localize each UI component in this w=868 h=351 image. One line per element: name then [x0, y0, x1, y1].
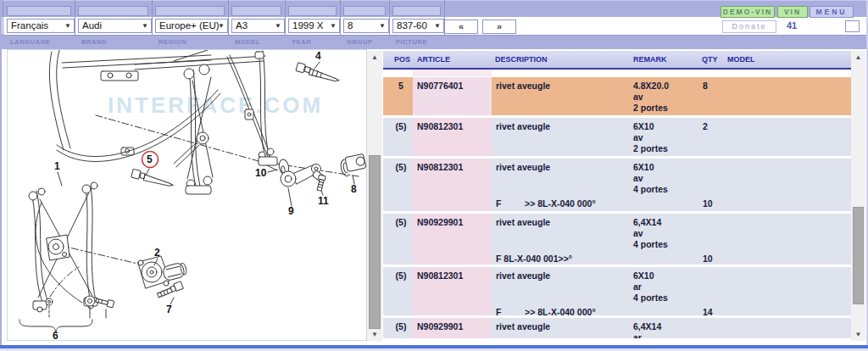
callout-9[interactable]: 9	[288, 205, 294, 217]
callout-5[interactable]: 5	[147, 153, 153, 165]
cell-remark-line: 6,4X14	[633, 321, 661, 332]
column-header-remark: REMARK	[633, 55, 667, 64]
donate-button[interactable]: Donate	[722, 20, 776, 33]
cell-description: rivet aveugle	[496, 121, 550, 132]
selector-label-picture: PICTURE	[396, 38, 427, 46]
scrollbar-thumb[interactable]	[853, 207, 864, 304]
watermark: INTERFACE.COM	[108, 92, 323, 118]
table-row[interactable]: (5)N90929901rivet aveugle6,4X14av4 porte…	[383, 214, 851, 265]
prev-picture-button[interactable]: «	[444, 20, 478, 34]
screw-part-4	[296, 63, 341, 83]
model-box[interactable]	[231, 6, 281, 16]
group-box[interactable]	[343, 6, 386, 16]
selector-label-region: REGION	[159, 38, 186, 46]
scrollbar-thumb[interactable]	[369, 155, 381, 329]
cell-sub-range: >> 8L-X-040 000°	[525, 198, 596, 209]
cell-remark-line: 4 portes	[633, 239, 668, 250]
parts-diagram: INTERFACE.COM	[8, 50, 366, 340]
window-left-edge	[0, 0, 2, 345]
cell-description: rivet aveugle	[496, 162, 550, 173]
nav-row: « » Donate 41	[0, 17, 868, 35]
cell-article: N90929901	[417, 321, 463, 332]
parts-table: POSARTICLEDESCRIPTIONREMARKQTYMODEL 5N90…	[383, 51, 851, 341]
callout-10[interactable]: 10	[255, 167, 267, 179]
callout-1[interactable]: 1	[54, 160, 60, 172]
cell-pos: (5)	[390, 121, 412, 132]
region-box[interactable]	[155, 6, 225, 16]
cell-description: rivet aveugle	[496, 217, 550, 228]
cell-sub-code: F	[496, 307, 501, 315]
table-right-scrollbar[interactable]: ▲ ▼	[851, 51, 865, 341]
header-mini-box[interactable]	[845, 20, 860, 32]
callout-2[interactable]: 2	[154, 247, 160, 259]
selector-label-model: MODEL	[235, 38, 260, 46]
scroll-down-icon[interactable]: ▼	[851, 328, 865, 341]
scroll-up-icon[interactable]: ▲	[851, 51, 865, 64]
scroll-up-icon[interactable]: ▲	[367, 51, 382, 64]
table-row-clipped-top	[383, 70, 851, 76]
cell-remark-line: 4 portes	[633, 292, 668, 304]
regulator-front-right	[174, 64, 213, 194]
year-box[interactable]	[288, 6, 337, 16]
table-row[interactable]: (5)N90812301rivet aveugle6X10av2 portes2	[383, 118, 851, 156]
callout-7[interactable]: 7	[166, 304, 172, 315]
cell-description: rivet aveugle	[496, 270, 550, 281]
cell-remark-line: 6X10	[633, 270, 654, 281]
cell-remark-line: av	[633, 173, 643, 184]
selector-label-language: LANGUAGE	[10, 38, 51, 46]
cell-sub-qty: 10	[703, 254, 713, 265]
callout-8[interactable]: 8	[351, 183, 357, 195]
cell-remark-line: 6X10	[633, 121, 654, 132]
cell-sub-qty: 10	[703, 198, 713, 209]
table-row[interactable]: 5N90776401rivet aveugle4.8X20.0av2 porte…	[383, 77, 851, 115]
selector-label-group: GROUP	[347, 38, 373, 46]
visit-counter: 41	[787, 20, 797, 31]
cell-remark-line: 6,4X14	[633, 217, 661, 228]
cell-remark-line: 6X10	[633, 162, 654, 173]
callout-4[interactable]: 4	[315, 50, 321, 62]
cell-article: N90929901	[417, 217, 463, 228]
selector-label-year: YEAR	[292, 38, 311, 46]
column-header-pos: POS	[394, 55, 410, 64]
table-rows: 5N90776401rivet aveugle4.8X20.0av2 porte…	[383, 70, 851, 341]
cell-article: N90812301	[417, 162, 463, 173]
cell-remark-line: av	[633, 132, 643, 143]
rivet-part-5	[131, 169, 175, 187]
scroll-down-icon[interactable]: ▼	[367, 328, 382, 341]
cell-qty: 8	[703, 81, 708, 92]
next-picture-button[interactable]: »	[482, 20, 516, 34]
column-header-model: MODEL	[727, 55, 755, 64]
table-left-scrollbar[interactable]: ▲ ▼	[367, 51, 382, 341]
cell-sub-code: F 8L-X-040 001>>°	[496, 254, 572, 265]
callout-11[interactable]: 11	[318, 195, 329, 207]
cell-sub-code: F	[496, 198, 501, 209]
language-box[interactable]	[7, 6, 71, 16]
cell-sub-range: >> 8L-X-040 000°	[525, 307, 596, 315]
column-header-qty: QTY	[702, 55, 718, 64]
cell-remark-line: 2 portes	[633, 143, 668, 154]
cell-remark-line: av	[633, 92, 643, 103]
table-row[interactable]: (5)N90812301rivet aveugle6X10ar4 portesF…	[383, 267, 851, 315]
clip-part-8	[339, 153, 366, 177]
picture-box[interactable]	[392, 6, 441, 16]
demo-vin-button[interactable]: DEMO-VIN	[721, 6, 775, 18]
cell-qty: 2	[703, 121, 708, 132]
selector-label-brand: BRAND	[81, 38, 107, 46]
cell-pos: (5)	[390, 270, 412, 281]
column-header-article: ARTICLE	[417, 55, 450, 64]
brand-box[interactable]	[78, 6, 148, 16]
menu-button[interactable]: MENU	[810, 6, 854, 18]
cell-remark-line: 2 portes	[633, 103, 668, 114]
table-header: POSARTICLEDESCRIPTIONREMARKQTYMODEL	[383, 51, 851, 70]
table-row[interactable]: (5)N90812301rivet aveugle6X10av4 portesF…	[383, 159, 851, 211]
vin-button[interactable]: VIN	[777, 6, 808, 18]
callout-6[interactable]: 6	[53, 330, 58, 340]
cell-remark-line: 4 portes	[633, 184, 668, 195]
cell-pos: (5)	[390, 217, 412, 228]
cell-remark-line: av	[633, 228, 643, 239]
cell-pos: (5)	[390, 321, 412, 332]
cell-remark-line: 4.8X20.0	[633, 81, 669, 92]
article-column-bg	[413, 70, 492, 76]
table-row[interactable]: (5)N90929901rivet aveugle6,4X14ar	[383, 318, 851, 338]
column-header-description: DESCRIPTION	[495, 55, 548, 64]
